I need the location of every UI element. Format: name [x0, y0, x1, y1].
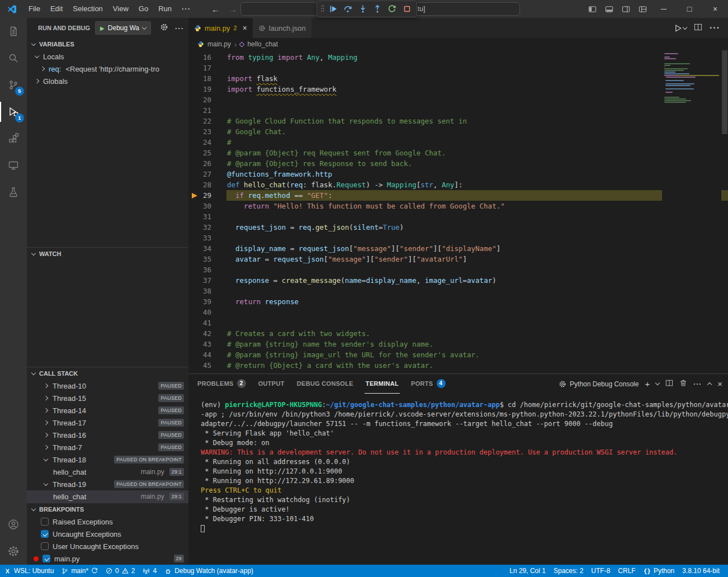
gutter[interactable]: 18 [188, 73, 226, 84]
code-line-19[interactable]: 19import functions_framework [188, 84, 728, 94]
callstack-thread[interactable]: Thread-16PAUSED [27, 429, 188, 441]
editor-scrollbar[interactable] [721, 50, 728, 373]
gutter[interactable]: 24 [188, 137, 226, 148]
breakpoint-checkbox[interactable] [41, 530, 49, 538]
close-panel-icon[interactable]: × [717, 379, 722, 389]
activity-settings-icon[interactable] [0, 538, 27, 565]
code-line-44[interactable]: 44# @param {string} image_url the URL fo… [188, 349, 728, 360]
code-line-33[interactable]: 33 [188, 233, 728, 243]
code-line-35[interactable]: 35 avatar = request_json["message"]["sen… [188, 254, 728, 264]
call-stack-header[interactable]: CALL STACK [27, 367, 188, 380]
callstack-thread[interactable]: Thread-14PAUSED [27, 404, 188, 417]
debug-stop-button[interactable] [401, 2, 413, 16]
gutter[interactable]: 43 [188, 339, 226, 349]
close-button[interactable]: × [702, 0, 728, 18]
remote-indicator[interactable]: WSL: Ubuntu [0, 565, 58, 577]
breakpoint-item[interactable]: Uncaught Exceptions [27, 528, 188, 540]
code-line-36[interactable]: 36 [188, 264, 728, 275]
callstack-thread[interactable]: Thread-19PAUSED ON BREAKPOINT [27, 478, 188, 490]
activity-remote-explorer-icon[interactable] [0, 152, 27, 179]
panel-more-actions-icon[interactable]: ··· [693, 380, 702, 388]
code-line-27[interactable]: 27@functions_framework.http [188, 169, 728, 179]
toggle-panel-icon[interactable] [601, 0, 617, 18]
debug-restart-button[interactable] [386, 2, 398, 16]
menu-selection[interactable]: Selection [68, 3, 107, 15]
menu-go[interactable]: Go [134, 3, 153, 15]
code-line-22[interactable]: 22# Google Cloud Function that responds … [188, 116, 728, 126]
gutter[interactable]: 23 [188, 126, 226, 137]
breakpoint-checkbox[interactable] [41, 518, 49, 526]
code-line-28[interactable]: 28def hello_chat(req: flask.Request) -> … [188, 179, 728, 190]
cursor-position-item[interactable]: Ln 29, Col 1 [505, 565, 550, 577]
code-line-30[interactable]: 30 return "Hello! This function must be … [188, 201, 728, 211]
nav-back-icon[interactable]: ← [211, 4, 220, 14]
gutter[interactable]: 29 [188, 190, 226, 201]
start-debug-icon[interactable]: ▶ [100, 25, 105, 31]
gutter[interactable]: 21 [188, 105, 226, 116]
debug-session-item[interactable]: Debug Watch (avatar-app) [160, 565, 257, 577]
code-line-43[interactable]: 43# @param {string} name the sender's di… [188, 339, 728, 349]
gutter[interactable]: 33 [188, 233, 226, 243]
code-line-37[interactable]: 37 response = create_message(name=displa… [188, 275, 728, 286]
variables-header[interactable]: VARIABLES [27, 38, 188, 50]
code-line-29[interactable]: 29 if req.method == "GET": [188, 190, 728, 201]
terminal-output[interactable]: (env) pierrick@LAPTOP-HKU5PNNG:~/git/goo… [188, 394, 728, 565]
activity-extensions-icon[interactable] [0, 125, 27, 152]
launch-config-dropdown[interactable]: ▶ Debug Wa [95, 21, 151, 35]
maximize-button[interactable]: □ [677, 0, 702, 18]
panel-tab-output[interactable]: OUTPUT [257, 374, 286, 394]
kill-terminal-icon[interactable] [679, 379, 687, 389]
gutter[interactable]: 36 [188, 264, 226, 275]
panel-tab-problems[interactable]: PROBLEMS2 [196, 374, 247, 394]
menu-run[interactable]: Run [153, 3, 177, 15]
callstack-frame[interactable]: hello_chatmain.py29:1 [27, 466, 188, 478]
callstack-thread[interactable]: Thread-17PAUSED [27, 417, 188, 429]
code-line-21[interactable]: 21 [188, 105, 728, 116]
debug-step-out-button[interactable] [371, 2, 384, 16]
nav-forward-icon[interactable]: → [229, 4, 237, 14]
code-line-16[interactable]: 16from typing import Any, Mapping [188, 52, 728, 63]
code-line-31[interactable]: 31 [188, 211, 728, 222]
code-line-40[interactable]: 40 [188, 307, 728, 318]
activity-testing-icon[interactable] [0, 179, 27, 206]
activity-run-debug-icon[interactable]: 1 [0, 98, 27, 125]
encoding-item[interactable]: UTF-8 [587, 565, 614, 577]
menu-file[interactable]: File [23, 3, 45, 15]
toggle-sidebar-icon[interactable] [584, 0, 601, 18]
drag-handle-icon[interactable] [320, 4, 325, 15]
breakpoint-item[interactable]: main.py29 [27, 552, 188, 565]
minimap[interactable] [662, 50, 721, 373]
code-line-26[interactable]: 26# @param {Object} res Response to send… [188, 158, 728, 169]
breadcrumb-file[interactable]: main.py [207, 40, 231, 48]
gutter[interactable]: 16 [188, 52, 226, 63]
tab-main-py[interactable]: main.py 2 × [188, 18, 253, 38]
variables-globals[interactable]: Globals [27, 75, 188, 87]
code-line-39[interactable]: 39 return response [188, 296, 728, 307]
breadcrumb-symbol[interactable]: hello_chat [247, 40, 278, 48]
code-line-20[interactable]: 20 [188, 94, 728, 105]
menu-overflow[interactable]: ··· [177, 3, 196, 15]
split-editor-icon[interactable] [694, 23, 702, 34]
gutter[interactable]: 32 [188, 222, 226, 233]
menu-view[interactable]: View [108, 3, 134, 15]
toggle-secondary-sidebar-icon[interactable] [617, 0, 634, 18]
code-line-32[interactable]: 32 request_json = req.get_json(silent=Tr… [188, 222, 728, 233]
code-line-24[interactable]: 24# [188, 137, 728, 148]
breakpoint-item[interactable]: User Uncaught Exceptions [27, 540, 188, 552]
command-center-search[interactable] [240, 2, 319, 16]
code-line-17[interactable]: 17 [188, 63, 728, 73]
eol-item[interactable]: CRLF [614, 565, 639, 577]
debug-step-over-button[interactable] [342, 2, 354, 16]
gutter[interactable]: 45 [188, 360, 226, 371]
callstack-thread[interactable]: Thread-15PAUSED [27, 392, 188, 404]
close-tab-icon[interactable]: × [243, 23, 247, 32]
window-title-text[interactable]: tu] [415, 2, 520, 16]
debug-continue-button[interactable] [327, 2, 339, 16]
gutter[interactable]: 25 [188, 148, 226, 158]
minimize-button[interactable]: ─ [651, 0, 677, 18]
code-line-42[interactable]: 42# Creates a card with two widgets. [188, 328, 728, 339]
menu-edit[interactable]: Edit [45, 3, 68, 15]
debug-step-into-button[interactable] [357, 2, 369, 16]
code-line-41[interactable]: 41 [188, 318, 728, 328]
gutter[interactable]: 34 [188, 243, 226, 254]
